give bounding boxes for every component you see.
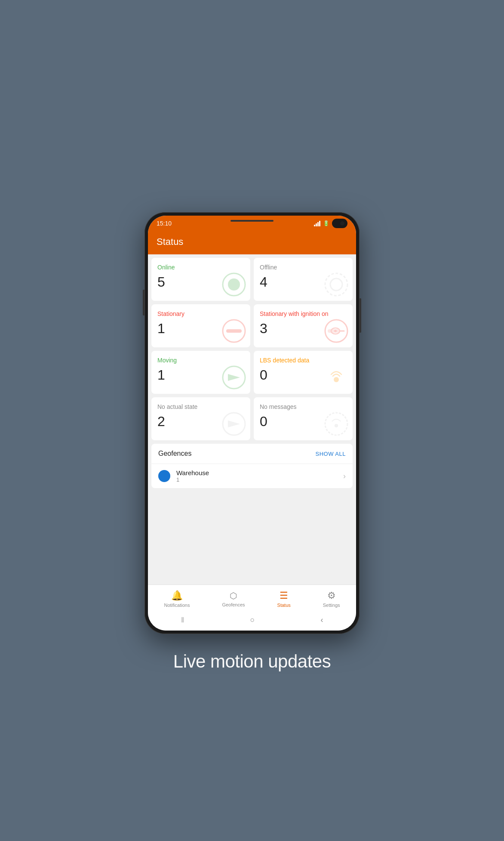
camera-area [332, 219, 347, 228]
page-footer: Live motion updates [173, 651, 331, 672]
geofences-title: Geofences [158, 450, 191, 458]
svg-marker-12 [228, 374, 240, 381]
svg-point-13 [334, 377, 339, 382]
svg-point-1 [228, 278, 240, 291]
status-grid: Online 5 Offline 4 [151, 258, 353, 440]
no-state-label: No actual state [157, 403, 244, 410]
no-state-card[interactable]: No actual state 2 [151, 397, 250, 440]
stationary-label: Stationary [157, 310, 244, 317]
show-all-button[interactable]: SHOW ALL [316, 451, 346, 457]
side-button-left [143, 290, 144, 315]
battery-icon: 🔋 [323, 220, 329, 226]
geofences-section: Geofences SHOW ALL Warehouse 1 › [151, 444, 353, 488]
settings-nav-label: Settings [323, 603, 340, 608]
offline-card[interactable]: Offline 4 [254, 258, 353, 301]
moving-icon [221, 365, 247, 390]
status-icons: 🔋 [314, 219, 347, 228]
online-label: Online [157, 264, 244, 271]
back-button[interactable]: ‹ [320, 615, 323, 625]
no-messages-icon [323, 411, 349, 437]
phone-frame: 15:10 🔋 [144, 212, 360, 634]
side-button-right [360, 298, 361, 333]
offline-label: Offline [260, 264, 347, 271]
geofence-count: 1 [176, 476, 343, 483]
moving-label: Moving [157, 357, 244, 364]
geofence-item[interactable]: Warehouse 1 › [151, 464, 353, 488]
geofences-nav-icon: ⬡ [230, 591, 237, 601]
home-button[interactable]: ○ [250, 615, 255, 625]
notifications-label: Notifications [164, 603, 190, 608]
no-state-icon [221, 411, 247, 437]
recent-apps-button[interactable]: ⦀ [181, 615, 184, 625]
svg-rect-5 [226, 329, 242, 333]
geofences-nav-label: Geofences [222, 602, 245, 607]
svg-point-17 [335, 424, 338, 427]
svg-rect-10 [328, 329, 339, 333]
geofence-arrow-icon: › [343, 472, 346, 481]
geofence-info: Warehouse 1 [176, 469, 343, 483]
notifications-icon: 🔔 [171, 590, 183, 601]
android-nav: ⦀ ○ ‹ [148, 611, 356, 631]
stationary-card[interactable]: Stationary 1 [151, 304, 250, 347]
status-bar: 15:10 🔋 [148, 216, 356, 231]
nav-settings[interactable]: ⚙ Settings [316, 588, 347, 609]
svg-marker-15 [228, 420, 240, 427]
page-wrapper: 15:10 🔋 [0, 17, 504, 841]
svg-point-3 [330, 278, 342, 291]
online-card[interactable]: Online 5 [151, 258, 250, 301]
moving-card[interactable]: Moving 1 [151, 351, 250, 394]
online-icon [221, 272, 247, 297]
status-nav-icon: ☰ [280, 590, 288, 601]
offline-icon [323, 272, 349, 297]
geofences-header: Geofences SHOW ALL [151, 444, 353, 464]
no-messages-label: No messages [260, 403, 347, 410]
status-nav-label: Status [277, 603, 291, 608]
signal-icon [314, 220, 320, 226]
phone-screen: 15:10 🔋 [148, 216, 356, 631]
lbs-icon [323, 365, 349, 390]
geofence-dot [158, 470, 170, 482]
bottom-nav: 🔔 Notifications ⬡ Geofences ☰ Status ⚙ S… [148, 584, 356, 611]
svg-point-2 [325, 273, 347, 296]
lbs-card[interactable]: LBS detected data 0 [254, 351, 353, 394]
nav-geofences[interactable]: ⬡ Geofences [215, 589, 252, 609]
nav-notifications[interactable]: 🔔 Notifications [157, 588, 197, 609]
status-time: 15:10 [157, 220, 172, 227]
stationary-ignition-icon [323, 318, 349, 344]
stationary-ignition-card[interactable]: Stationary with ignition on 3 [254, 304, 353, 347]
lbs-label: LBS detected data [260, 357, 347, 364]
app-bar-title: Status [157, 236, 347, 247]
footer-text: Live motion updates [173, 651, 331, 672]
stationary-icon [221, 318, 247, 344]
geofence-name: Warehouse [176, 469, 343, 476]
no-messages-card[interactable]: No messages 0 [254, 397, 353, 440]
stationary-ignition-label: Stationary with ignition on [260, 310, 347, 317]
main-content: Online 5 Offline 4 [148, 254, 356, 584]
app-bar: Status [148, 231, 356, 254]
settings-nav-icon: ⚙ [327, 590, 336, 601]
nav-status[interactable]: ☰ Status [270, 588, 298, 609]
